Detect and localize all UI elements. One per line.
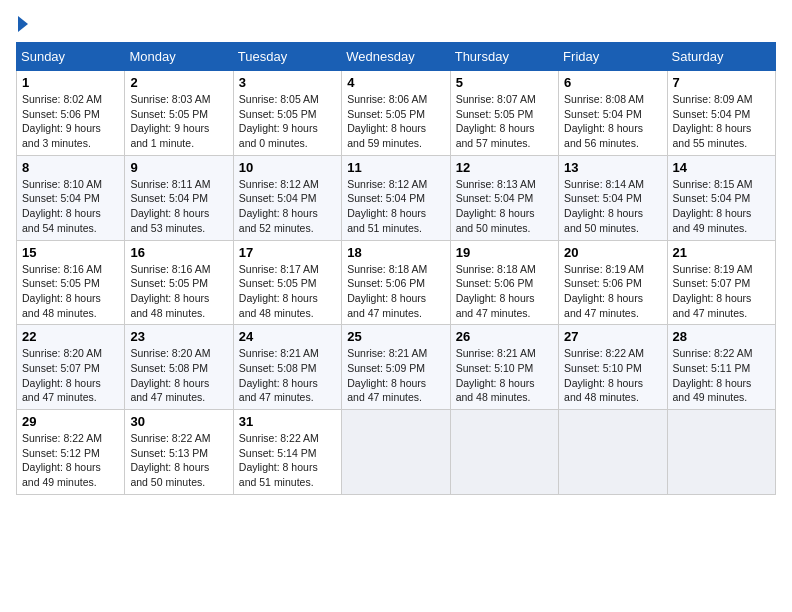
- day-info: Sunrise: 8:08 AM Sunset: 5:04 PM Dayligh…: [564, 92, 661, 151]
- calendar-cell: 26 Sunrise: 8:21 AM Sunset: 5:10 PM Dayl…: [450, 325, 558, 410]
- day-number: 15: [22, 245, 119, 260]
- day-info: Sunrise: 8:22 AM Sunset: 5:10 PM Dayligh…: [564, 346, 661, 405]
- day-info: Sunrise: 8:13 AM Sunset: 5:04 PM Dayligh…: [456, 177, 553, 236]
- day-info: Sunrise: 8:22 AM Sunset: 5:13 PM Dayligh…: [130, 431, 227, 490]
- calendar-cell: 10 Sunrise: 8:12 AM Sunset: 5:04 PM Dayl…: [233, 155, 341, 240]
- column-header-saturday: Saturday: [667, 43, 775, 71]
- day-info: Sunrise: 8:22 AM Sunset: 5:12 PM Dayligh…: [22, 431, 119, 490]
- calendar-cell: 16 Sunrise: 8:16 AM Sunset: 5:05 PM Dayl…: [125, 240, 233, 325]
- calendar-cell: 8 Sunrise: 8:10 AM Sunset: 5:04 PM Dayli…: [17, 155, 125, 240]
- calendar-cell: 23 Sunrise: 8:20 AM Sunset: 5:08 PM Dayl…: [125, 325, 233, 410]
- calendar-week-row: 8 Sunrise: 8:10 AM Sunset: 5:04 PM Dayli…: [17, 155, 776, 240]
- calendar-cell: 21 Sunrise: 8:19 AM Sunset: 5:07 PM Dayl…: [667, 240, 775, 325]
- calendar-cell: 24 Sunrise: 8:21 AM Sunset: 5:08 PM Dayl…: [233, 325, 341, 410]
- calendar-cell: 30 Sunrise: 8:22 AM Sunset: 5:13 PM Dayl…: [125, 410, 233, 495]
- day-number: 21: [673, 245, 770, 260]
- column-header-wednesday: Wednesday: [342, 43, 450, 71]
- day-info: Sunrise: 8:05 AM Sunset: 5:05 PM Dayligh…: [239, 92, 336, 151]
- day-info: Sunrise: 8:18 AM Sunset: 5:06 PM Dayligh…: [347, 262, 444, 321]
- calendar-cell: 1 Sunrise: 8:02 AM Sunset: 5:06 PM Dayli…: [17, 71, 125, 156]
- day-info: Sunrise: 8:21 AM Sunset: 5:10 PM Dayligh…: [456, 346, 553, 405]
- calendar-cell: 9 Sunrise: 8:11 AM Sunset: 5:04 PM Dayli…: [125, 155, 233, 240]
- day-number: 11: [347, 160, 444, 175]
- day-info: Sunrise: 8:02 AM Sunset: 5:06 PM Dayligh…: [22, 92, 119, 151]
- day-number: 8: [22, 160, 119, 175]
- calendar-table: SundayMondayTuesdayWednesdayThursdayFrid…: [16, 42, 776, 495]
- logo-arrow-icon: [18, 16, 28, 32]
- day-number: 3: [239, 75, 336, 90]
- day-info: Sunrise: 8:22 AM Sunset: 5:14 PM Dayligh…: [239, 431, 336, 490]
- day-number: 26: [456, 329, 553, 344]
- column-header-thursday: Thursday: [450, 43, 558, 71]
- day-number: 18: [347, 245, 444, 260]
- calendar-cell: 19 Sunrise: 8:18 AM Sunset: 5:06 PM Dayl…: [450, 240, 558, 325]
- calendar-cell: 12 Sunrise: 8:13 AM Sunset: 5:04 PM Dayl…: [450, 155, 558, 240]
- day-info: Sunrise: 8:20 AM Sunset: 5:07 PM Dayligh…: [22, 346, 119, 405]
- calendar-cell: [450, 410, 558, 495]
- day-number: 27: [564, 329, 661, 344]
- day-number: 7: [673, 75, 770, 90]
- column-header-monday: Monday: [125, 43, 233, 71]
- day-info: Sunrise: 8:14 AM Sunset: 5:04 PM Dayligh…: [564, 177, 661, 236]
- day-info: Sunrise: 8:19 AM Sunset: 5:06 PM Dayligh…: [564, 262, 661, 321]
- day-number: 4: [347, 75, 444, 90]
- calendar-header-row: SundayMondayTuesdayWednesdayThursdayFrid…: [17, 43, 776, 71]
- day-number: 12: [456, 160, 553, 175]
- day-number: 6: [564, 75, 661, 90]
- calendar-cell: 7 Sunrise: 8:09 AM Sunset: 5:04 PM Dayli…: [667, 71, 775, 156]
- day-number: 30: [130, 414, 227, 429]
- day-info: Sunrise: 8:20 AM Sunset: 5:08 PM Dayligh…: [130, 346, 227, 405]
- day-info: Sunrise: 8:18 AM Sunset: 5:06 PM Dayligh…: [456, 262, 553, 321]
- day-info: Sunrise: 8:12 AM Sunset: 5:04 PM Dayligh…: [239, 177, 336, 236]
- day-number: 14: [673, 160, 770, 175]
- calendar-cell: [667, 410, 775, 495]
- day-info: Sunrise: 8:11 AM Sunset: 5:04 PM Dayligh…: [130, 177, 227, 236]
- day-number: 25: [347, 329, 444, 344]
- day-number: 19: [456, 245, 553, 260]
- day-info: Sunrise: 8:19 AM Sunset: 5:07 PM Dayligh…: [673, 262, 770, 321]
- day-info: Sunrise: 8:12 AM Sunset: 5:04 PM Dayligh…: [347, 177, 444, 236]
- calendar-week-row: 22 Sunrise: 8:20 AM Sunset: 5:07 PM Dayl…: [17, 325, 776, 410]
- day-number: 1: [22, 75, 119, 90]
- day-number: 23: [130, 329, 227, 344]
- calendar-cell: 18 Sunrise: 8:18 AM Sunset: 5:06 PM Dayl…: [342, 240, 450, 325]
- day-info: Sunrise: 8:06 AM Sunset: 5:05 PM Dayligh…: [347, 92, 444, 151]
- day-number: 31: [239, 414, 336, 429]
- calendar-cell: 11 Sunrise: 8:12 AM Sunset: 5:04 PM Dayl…: [342, 155, 450, 240]
- day-info: Sunrise: 8:07 AM Sunset: 5:05 PM Dayligh…: [456, 92, 553, 151]
- day-info: Sunrise: 8:15 AM Sunset: 5:04 PM Dayligh…: [673, 177, 770, 236]
- day-info: Sunrise: 8:21 AM Sunset: 5:09 PM Dayligh…: [347, 346, 444, 405]
- day-number: 13: [564, 160, 661, 175]
- day-number: 2: [130, 75, 227, 90]
- day-info: Sunrise: 8:16 AM Sunset: 5:05 PM Dayligh…: [22, 262, 119, 321]
- day-info: Sunrise: 8:10 AM Sunset: 5:04 PM Dayligh…: [22, 177, 119, 236]
- column-header-sunday: Sunday: [17, 43, 125, 71]
- day-number: 10: [239, 160, 336, 175]
- calendar-week-row: 1 Sunrise: 8:02 AM Sunset: 5:06 PM Dayli…: [17, 71, 776, 156]
- calendar-cell: 27 Sunrise: 8:22 AM Sunset: 5:10 PM Dayl…: [559, 325, 667, 410]
- column-header-friday: Friday: [559, 43, 667, 71]
- day-number: 17: [239, 245, 336, 260]
- calendar-cell: 5 Sunrise: 8:07 AM Sunset: 5:05 PM Dayli…: [450, 71, 558, 156]
- day-number: 29: [22, 414, 119, 429]
- calendar-cell: 31 Sunrise: 8:22 AM Sunset: 5:14 PM Dayl…: [233, 410, 341, 495]
- day-number: 24: [239, 329, 336, 344]
- day-info: Sunrise: 8:16 AM Sunset: 5:05 PM Dayligh…: [130, 262, 227, 321]
- calendar-cell: 29 Sunrise: 8:22 AM Sunset: 5:12 PM Dayl…: [17, 410, 125, 495]
- calendar-cell: 15 Sunrise: 8:16 AM Sunset: 5:05 PM Dayl…: [17, 240, 125, 325]
- day-info: Sunrise: 8:09 AM Sunset: 5:04 PM Dayligh…: [673, 92, 770, 151]
- calendar-cell: 3 Sunrise: 8:05 AM Sunset: 5:05 PM Dayli…: [233, 71, 341, 156]
- day-info: Sunrise: 8:03 AM Sunset: 5:05 PM Dayligh…: [130, 92, 227, 151]
- day-info: Sunrise: 8:17 AM Sunset: 5:05 PM Dayligh…: [239, 262, 336, 321]
- calendar-cell: [342, 410, 450, 495]
- day-number: 20: [564, 245, 661, 260]
- day-number: 22: [22, 329, 119, 344]
- day-info: Sunrise: 8:21 AM Sunset: 5:08 PM Dayligh…: [239, 346, 336, 405]
- calendar-week-row: 15 Sunrise: 8:16 AM Sunset: 5:05 PM Dayl…: [17, 240, 776, 325]
- calendar-cell: 6 Sunrise: 8:08 AM Sunset: 5:04 PM Dayli…: [559, 71, 667, 156]
- day-number: 16: [130, 245, 227, 260]
- calendar-cell: 2 Sunrise: 8:03 AM Sunset: 5:05 PM Dayli…: [125, 71, 233, 156]
- calendar-cell: 14 Sunrise: 8:15 AM Sunset: 5:04 PM Dayl…: [667, 155, 775, 240]
- day-number: 28: [673, 329, 770, 344]
- calendar-cell: 17 Sunrise: 8:17 AM Sunset: 5:05 PM Dayl…: [233, 240, 341, 325]
